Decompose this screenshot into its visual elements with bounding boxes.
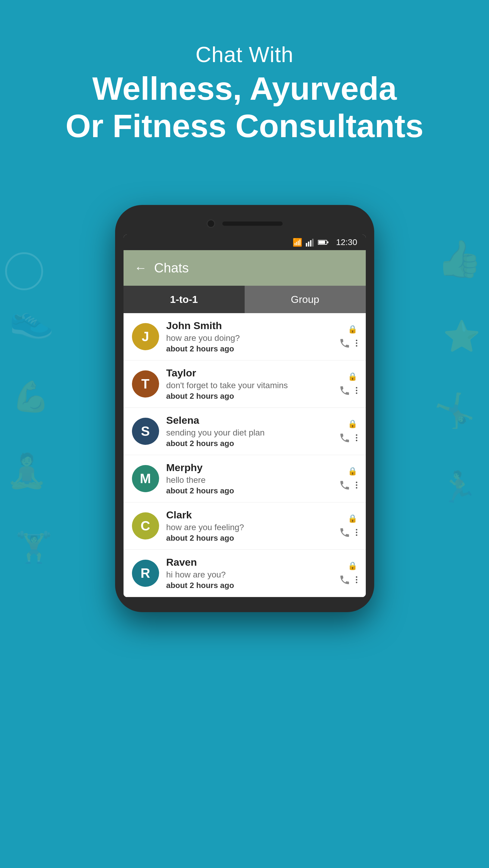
lock-icon: 🔒 xyxy=(348,561,357,570)
svg-rect-10 xyxy=(308,242,309,247)
status-time: 12:30 xyxy=(336,238,357,247)
chat-time: about 2 hours ago xyxy=(166,439,332,448)
more-options-icon[interactable] xyxy=(356,482,357,489)
lock-icon: 🔒 xyxy=(348,514,357,523)
phone-call-icon[interactable] xyxy=(339,338,350,349)
chat-time: about 2 hours ago xyxy=(166,392,332,401)
more-options-icon[interactable] xyxy=(356,387,357,394)
wifi-icon: 📶 xyxy=(293,238,302,247)
chat-time: about 2 hours ago xyxy=(166,344,332,353)
chat-message: don't forget to take your vitamins xyxy=(166,381,332,390)
svg-text:👍: 👍 xyxy=(437,238,482,280)
chat-item[interactable]: C Clark how are you feeling? about 2 hou… xyxy=(124,502,366,550)
svg-text:🤸: 🤸 xyxy=(434,391,476,430)
tab-group[interactable]: Group xyxy=(244,286,366,313)
svg-rect-14 xyxy=(319,241,325,244)
chat-actions: 🔒 xyxy=(339,514,357,538)
chat-item[interactable]: T Taylor don't forget to take your vitam… xyxy=(124,361,366,408)
chat-info: John Smith how are you doing? about 2 ho… xyxy=(166,320,332,353)
chat-name: John Smith xyxy=(166,320,332,332)
chat-item[interactable]: J John Smith how are you doing? about 2 … xyxy=(124,313,366,361)
back-button[interactable]: ← xyxy=(134,261,147,275)
action-row xyxy=(339,432,357,444)
chat-time: about 2 hours ago xyxy=(166,581,332,590)
chat-info: Selena sending you your diet plan about … xyxy=(166,414,332,448)
phone-call-icon[interactable] xyxy=(339,432,350,444)
svg-text:🏃: 🏃 xyxy=(440,469,478,505)
chat-message: hi how are you? xyxy=(166,570,332,580)
hero-title: Wellness, Ayurveda Or Fitness Consultant… xyxy=(0,70,489,145)
phone-mockup: 📶 12:30 xyxy=(115,205,374,612)
status-bar: 📶 12:30 xyxy=(124,235,366,250)
chat-actions: 🔒 xyxy=(339,324,357,349)
app-header: ← Chats xyxy=(124,250,366,286)
chat-info: Merphy hello there about 2 hours ago xyxy=(166,462,332,495)
speaker xyxy=(222,221,283,226)
svg-text:🏋️: 🏋️ xyxy=(15,530,53,565)
lock-icon: 🔒 xyxy=(348,467,357,476)
status-icons: 📶 xyxy=(293,238,329,247)
phone-screen: 📶 12:30 xyxy=(124,235,366,597)
chat-info: Taylor don't forget to take your vitamin… xyxy=(166,367,332,401)
chat-time: about 2 hours ago xyxy=(166,486,332,495)
chat-message: hello there xyxy=(166,475,332,485)
svg-point-0 xyxy=(6,253,42,289)
camera xyxy=(207,219,215,228)
avatar: R xyxy=(132,560,159,587)
chat-actions: 🔒 xyxy=(339,467,357,491)
phone-call-icon[interactable] xyxy=(339,385,350,396)
chat-info: Raven hi how are you? about 2 hours ago xyxy=(166,556,332,590)
lock-icon: 🔒 xyxy=(348,324,357,334)
lock-icon: 🔒 xyxy=(348,419,357,429)
svg-text:⭐: ⭐ xyxy=(443,318,481,354)
tabs-bar: 1-to-1 Group xyxy=(124,286,366,313)
signal-icon xyxy=(306,238,314,247)
chat-item[interactable]: M Merphy hello there about 2 hours ago 🔒 xyxy=(124,455,366,502)
svg-text:🧘: 🧘 xyxy=(6,452,47,491)
avatar: C xyxy=(132,513,159,539)
chat-item[interactable]: S Selena sending you your diet plan abou… xyxy=(124,408,366,455)
action-row xyxy=(339,574,357,586)
avatar: J xyxy=(132,323,159,350)
chat-name: Selena xyxy=(166,414,332,426)
action-row xyxy=(339,527,357,538)
chat-item[interactable]: R Raven hi how are you? about 2 hours ag… xyxy=(124,550,366,597)
chat-name: Merphy xyxy=(166,462,332,473)
chat-info: Clark how are you feeling? about 2 hours… xyxy=(166,509,332,543)
svg-rect-12 xyxy=(312,239,314,247)
chat-message: how are you feeling? xyxy=(166,523,332,532)
svg-text:👟: 👟 xyxy=(9,298,54,341)
chat-message: sending you your diet plan xyxy=(166,428,332,438)
svg-text:💪: 💪 xyxy=(12,379,50,414)
phone-call-icon[interactable] xyxy=(339,574,350,586)
hero-subtitle: Chat With xyxy=(0,42,489,67)
chat-name: Clark xyxy=(166,509,332,521)
battery-icon xyxy=(318,239,329,245)
lock-icon: 🔒 xyxy=(348,372,357,381)
chat-actions: 🔒 xyxy=(339,419,357,444)
phone-call-icon[interactable] xyxy=(339,527,350,538)
more-options-icon[interactable] xyxy=(356,576,357,583)
more-options-icon[interactable] xyxy=(356,434,357,441)
action-row xyxy=(339,479,357,491)
header-title: Chats xyxy=(154,260,189,276)
chat-time: about 2 hours ago xyxy=(166,533,332,543)
svg-rect-15 xyxy=(327,241,328,243)
action-row xyxy=(339,338,357,349)
avatar: M xyxy=(132,465,159,492)
tab-1to1[interactable]: 1-to-1 xyxy=(124,286,244,313)
more-options-icon[interactable] xyxy=(356,340,357,347)
action-row xyxy=(339,385,357,396)
phone-notch xyxy=(124,214,366,235)
phone-call-icon[interactable] xyxy=(339,479,350,491)
chat-actions: 🔒 xyxy=(339,372,357,396)
chat-actions: 🔒 xyxy=(339,561,357,586)
avatar: S xyxy=(132,418,159,445)
chat-name: Taylor xyxy=(166,367,332,379)
svg-rect-11 xyxy=(310,240,312,247)
hero-section: Chat With Wellness, Ayurveda Or Fitness … xyxy=(0,42,489,145)
avatar: T xyxy=(132,370,159,398)
svg-rect-9 xyxy=(306,243,307,247)
chat-list: J John Smith how are you doing? about 2 … xyxy=(124,313,366,597)
more-options-icon[interactable] xyxy=(356,529,357,536)
